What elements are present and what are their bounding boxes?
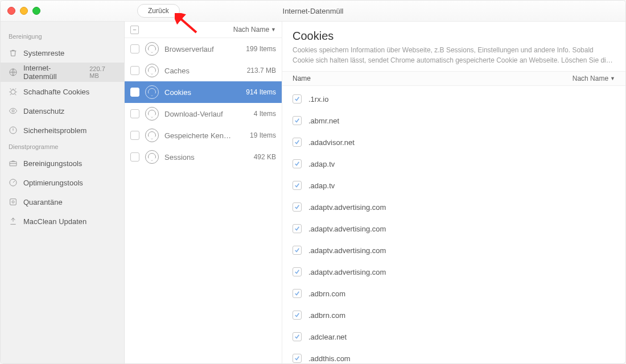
- sidebar-section-title: Dienstprogramme: [1, 140, 124, 154]
- cookie-name: .adadvisor.net: [308, 138, 355, 147]
- cookie-name: .addthis.com: [308, 354, 351, 363]
- chevron-down-icon: ▼: [610, 76, 615, 81]
- sidebar-item-optimierungstools[interactable]: Optimierungstools: [1, 173, 124, 192]
- cookie-item[interactable]: .adaptv.advertising.com: [282, 261, 625, 283]
- cookie-item[interactable]: .adaptv.advertising.com: [282, 218, 625, 239]
- detail-description-line2: Cookie sich halten lässt, sendet Chrome …: [293, 55, 615, 65]
- cookie-name: .adap.tv: [308, 160, 335, 168]
- chrome-icon: [145, 42, 159, 56]
- gauge-icon: [9, 178, 18, 187]
- cookie-name: .adaptv.advertising.com: [308, 225, 386, 233]
- internet-icon: [9, 68, 18, 77]
- checkbox[interactable]: [130, 66, 139, 75]
- category-item[interactable]: Browserverlauf199 Items: [125, 38, 282, 60]
- checkbox[interactable]: [293, 354, 302, 363]
- category-item[interactable]: Sessions492 KB: [125, 146, 282, 168]
- category-item-meta: 199 Items: [246, 45, 276, 53]
- close-window-button[interactable]: [7, 7, 15, 15]
- category-column: − Nach Name ▼ Browserverlauf199 ItemsCac…: [125, 22, 282, 363]
- cookie-item[interactable]: .adbrn.com: [282, 304, 625, 326]
- minimize-window-button[interactable]: [20, 7, 28, 15]
- cookie-item[interactable]: .adbrn.com: [282, 283, 625, 304]
- chrome-icon: [145, 150, 159, 164]
- cookie-name: .adaptv.advertising.com: [308, 246, 386, 255]
- sidebar-section-title: Bereinigung: [1, 30, 124, 43]
- checkbox[interactable]: [293, 94, 302, 104]
- svg-point-3: [12, 110, 14, 112]
- category-item-meta: 213.7 MB: [247, 67, 276, 75]
- svg-rect-7: [10, 199, 17, 205]
- sidebar-item-badge: 220.7 MB: [89, 65, 116, 79]
- checkbox[interactable]: [293, 246, 302, 255]
- checkbox[interactable]: [130, 152, 139, 162]
- detail-title: Cookies: [293, 30, 615, 43]
- chrome-icon: [145, 107, 159, 121]
- trash-icon: [9, 48, 18, 57]
- chevron-down-icon: ▼: [271, 27, 276, 32]
- zoom-window-button[interactable]: [32, 7, 40, 15]
- category-list: Browserverlauf199 ItemsCaches213.7 MBCoo…: [125, 38, 282, 363]
- checkbox[interactable]: [293, 116, 302, 125]
- checkbox[interactable]: [293, 311, 302, 320]
- category-item-label: Browserverlauf: [164, 45, 240, 53]
- checkbox[interactable]: [130, 44, 139, 53]
- sidebar-item-datenschutz[interactable]: Datenschutz: [1, 101, 124, 121]
- category-item-label: Caches: [164, 67, 241, 75]
- checkbox[interactable]: [130, 109, 139, 118]
- cookie-list[interactable]: .1rx.io.abmr.net.adadvisor.net.adap.tv.a…: [282, 86, 625, 363]
- cookie-item[interactable]: .adap.tv: [282, 175, 625, 196]
- cookie-name: .adaptv.advertising.com: [308, 203, 386, 212]
- category-item[interactable]: Gespeicherte Ken…19 Items: [125, 125, 282, 146]
- back-button[interactable]: Zurück: [137, 4, 180, 18]
- checkbox[interactable]: [293, 332, 302, 341]
- cookie-item[interactable]: .adap.tv: [282, 153, 625, 175]
- sidebar-item-schadhafte-cookies[interactable]: Schadhafte Cookies: [1, 82, 124, 101]
- checkbox[interactable]: [293, 159, 302, 168]
- collapse-all-button[interactable]: −: [130, 26, 139, 34]
- eye-icon: [9, 106, 18, 115]
- category-item[interactable]: Cookies914 Items: [125, 81, 282, 103]
- cookie-item[interactable]: .addthis.com: [282, 348, 625, 363]
- checkbox[interactable]: [130, 131, 139, 140]
- checkbox[interactable]: [293, 181, 302, 190]
- cookie-item[interactable]: .adaptv.advertising.com: [282, 239, 625, 261]
- category-item[interactable]: Caches213.7 MB: [125, 60, 282, 81]
- cookie-item[interactable]: .adaptv.advertising.com: [282, 196, 625, 218]
- sidebar-item-sicherheitsproblem[interactable]: Sicherheitsproblem: [1, 121, 124, 140]
- checkbox[interactable]: [130, 88, 139, 97]
- sidebar-item-label: MacClean Updaten: [23, 217, 87, 226]
- column-name-label: Name: [293, 75, 311, 82]
- chrome-icon: [145, 129, 159, 142]
- category-item-label: Download-Verlauf: [164, 110, 248, 118]
- category-item-meta: 19 Items: [250, 131, 276, 139]
- cookie-item[interactable]: .1rx.io: [282, 88, 625, 110]
- bug-icon: [9, 87, 18, 96]
- cookie-name: .adbrn.com: [308, 289, 345, 298]
- checkbox[interactable]: [293, 289, 302, 298]
- detail-sort-dropdown[interactable]: Nach Name ▼: [573, 75, 615, 82]
- category-item-meta: 492 KB: [254, 153, 276, 161]
- checkbox[interactable]: [293, 224, 302, 233]
- window-title: Internet-Datenmüll: [283, 7, 344, 15]
- sidebar-item-macclean-updaten[interactable]: MacClean Updaten: [1, 212, 124, 231]
- checkbox[interactable]: [293, 267, 302, 276]
- checkbox[interactable]: [293, 138, 302, 147]
- category-item[interactable]: Download-Verlauf4 Items: [125, 103, 282, 125]
- category-item-label: Sessions: [164, 153, 248, 162]
- sidebar-item-systemreste[interactable]: Systemreste: [1, 43, 124, 63]
- cookie-name: .1rx.io: [308, 95, 328, 104]
- detail-header: Cookies Cookies speichern Information üb…: [282, 22, 625, 71]
- sidebar-item-internet-datenm-ll[interactable]: Internet-Datenmüll220.7 MB: [1, 63, 124, 82]
- sidebar-item-quarant-ne[interactable]: Quarantäne: [1, 192, 124, 212]
- cookie-item[interactable]: .abmr.net: [282, 110, 625, 131]
- cookie-item[interactable]: .adadvisor.net: [282, 131, 625, 153]
- cookie-item[interactable]: .adclear.net: [282, 326, 625, 348]
- checkbox[interactable]: [293, 202, 302, 212]
- window-controls: [7, 7, 40, 15]
- sidebar-item-label: Bereinigungstools: [23, 159, 82, 168]
- sidebar-item-label: Datenschutz: [23, 107, 64, 115]
- category-sort-dropdown[interactable]: Nach Name ▼: [233, 26, 276, 34]
- sidebar-item-bereinigungstools[interactable]: Bereinigungstools: [1, 154, 124, 173]
- category-header: − Nach Name ▼: [125, 22, 282, 38]
- sidebar-item-label: Quarantäne: [23, 198, 63, 206]
